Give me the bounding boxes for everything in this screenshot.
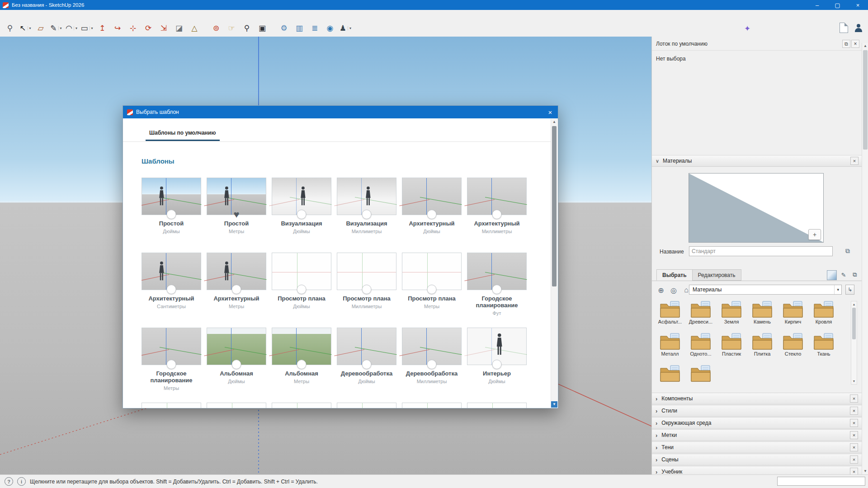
scroll-up-icon[interactable]: ▲ — [551, 119, 557, 125]
measurements-input[interactable] — [777, 477, 865, 486]
scroll-up-icon[interactable]: ▲ — [862, 43, 868, 49]
menu-item[interactable] — [27, 10, 35, 20]
section-plane-tool[interactable]: ◪ ▾ — [172, 22, 186, 35]
tray-section-header[interactable]: › Стили × — [652, 405, 862, 417]
close-icon[interactable]: × — [851, 40, 859, 48]
tab-select[interactable]: Выбрать — [656, 269, 693, 281]
menu-item[interactable] — [35, 10, 43, 20]
scrollbar-thumb[interactable] — [852, 308, 856, 339]
template-thumbnail[interactable]: ♥ — [337, 403, 396, 408]
tray-section-header[interactable]: › Сцены × — [652, 454, 862, 465]
account-icon[interactable] — [854, 23, 863, 33]
template-card[interactable]: ♥ Архитектурный Миллиметры — [467, 178, 527, 245]
sample-paint-icon[interactable]: ⧉ — [850, 270, 859, 279]
material-folder[interactable] — [685, 365, 716, 385]
template-select-radio[interactable] — [167, 360, 176, 369]
template-select-radio[interactable] — [297, 210, 307, 219]
materials-collection-dropdown[interactable]: Материалы ▾ — [689, 285, 842, 295]
scroll-up-icon[interactable]: ▲ — [851, 301, 857, 307]
chevron-down-icon[interactable]: ▾ — [28, 26, 31, 30]
template-select-radio[interactable] — [492, 360, 502, 369]
template-card[interactable]: ♥ Городское планирование Метры — [142, 328, 201, 395]
tab-default-templates[interactable]: Шаблоны по умолчанию — [146, 130, 220, 141]
info-icon[interactable]: i — [17, 477, 26, 486]
scrollbar-thumb[interactable] — [863, 50, 868, 150]
add-material-icon[interactable]: ⊕ — [656, 285, 666, 295]
material-folder[interactable]: Металл — [655, 333, 685, 365]
template-select-radio[interactable] — [167, 285, 176, 294]
tray-section-header[interactable]: › Учебник × — [652, 466, 862, 474]
template-thumbnail[interactable]: ♥ — [402, 253, 462, 290]
template-card[interactable]: ♥ Деревообработка Миллиметры — [402, 328, 462, 395]
rotate-tool[interactable]: ⟳ ▾ — [141, 22, 156, 35]
template-select-radio[interactable] — [427, 360, 437, 369]
zoom-extents-tool[interactable]: ▣ ▾ — [255, 22, 269, 35]
material-folder[interactable]: Пластик — [716, 333, 747, 365]
scroll-down-icon[interactable]: ▼ — [862, 468, 868, 474]
eraser-tool[interactable]: ▱ ▾ — [33, 22, 48, 35]
close-icon[interactable]: × — [850, 443, 858, 451]
menu-item[interactable] — [3, 10, 11, 20]
help-icon[interactable]: ? — [5, 477, 13, 486]
chevron-down-icon[interactable]: ▾ — [834, 285, 841, 294]
move-tool[interactable]: ⊹ ▾ — [126, 22, 140, 35]
menu-item[interactable] — [68, 10, 76, 20]
material-folder[interactable] — [655, 365, 685, 385]
components-tool[interactable]: ♟ ▾ — [338, 22, 353, 35]
scroll-down-icon[interactable]: ▼ — [851, 378, 857, 384]
pushpull-tool[interactable]: ↥ ▾ — [95, 22, 109, 35]
dialog-close-icon[interactable]: × — [542, 106, 558, 118]
pan-tool[interactable]: ☞ ▾ — [224, 22, 239, 35]
paint-tool[interactable]: ◉ ▾ — [323, 22, 337, 35]
close-icon[interactable]: × — [850, 407, 858, 415]
template-select-radio[interactable] — [362, 285, 372, 294]
close-icon[interactable]: × — [850, 394, 858, 403]
template-card[interactable]: ♥ Просмотр плана Дюймы — [272, 253, 331, 320]
template-select-radio[interactable] — [492, 210, 502, 219]
template-thumbnail[interactable]: ♥ — [402, 403, 462, 408]
chevron-down-icon[interactable]: ▾ — [90, 26, 93, 30]
template-card[interactable]: ♥ — [207, 403, 266, 408]
eyedropper-icon[interactable]: ✎ — [839, 270, 848, 279]
material-folder[interactable]: Плитка — [747, 333, 778, 365]
close-button[interactable]: × — [848, 0, 868, 10]
tab-edit[interactable]: Редактировать — [692, 269, 741, 281]
window-titlebar[interactable]: Без названия - SketchUp 2026 – ▢ × — [0, 0, 868, 10]
template-thumbnail[interactable]: ♥ — [402, 178, 462, 215]
styles-tool[interactable]: ▥ ▾ — [292, 22, 307, 35]
close-icon[interactable]: × — [850, 419, 858, 427]
template-select-radio[interactable] — [232, 285, 241, 294]
material-folder[interactable]: Одното... — [685, 333, 716, 365]
chevron-down-icon[interactable]: ∨ — [656, 158, 659, 164]
template-thumbnail[interactable]: ♥ — [337, 253, 396, 290]
template-card[interactable]: ♥ Визуализация Миллиметры — [337, 178, 396, 245]
template-thumbnail[interactable]: ♥ — [207, 178, 266, 215]
template-card[interactable]: ♥ Визуализация Дюймы — [272, 178, 331, 245]
template-card[interactable]: ♥ Архитектурный Дюймы — [402, 178, 462, 245]
template-thumbnail[interactable]: ♥ — [467, 253, 527, 290]
template-select-radio[interactable] — [492, 285, 502, 294]
followme-tool[interactable]: ↪ ▾ — [110, 22, 125, 35]
search-tool[interactable]: ⚲ ▾ — [3, 22, 17, 35]
template-card[interactable]: ♥ — [142, 403, 201, 408]
template-card[interactable]: ♥ — [467, 403, 527, 408]
scrollbar-thumb[interactable] — [552, 126, 557, 286]
template-card[interactable]: ♥ Просмотр плана Миллиметры — [337, 253, 396, 320]
template-card[interactable]: ♥ Архитектурный Метры — [207, 253, 266, 320]
scale-tool[interactable]: ⇲ ▾ — [156, 22, 171, 35]
template-select-radio[interactable] — [362, 360, 372, 369]
secondary-pane-icon[interactable]: ⧉ — [845, 247, 850, 255]
material-folder[interactable]: Камень — [747, 301, 778, 333]
chevron-down-icon[interactable]: ▾ — [58, 26, 62, 30]
template-thumbnail[interactable]: ♥ — [402, 328, 462, 365]
material-folder[interactable]: Земля — [716, 301, 747, 333]
template-card[interactable]: ♥ Просмотр плана Метры — [402, 253, 462, 320]
orbit-tool[interactable]: ⊚ ▾ — [209, 22, 223, 35]
maximize-button[interactable]: ▢ — [827, 0, 848, 10]
menu-item[interactable] — [60, 10, 68, 20]
close-icon[interactable]: × — [850, 157, 859, 165]
template-thumbnail[interactable]: ♥ — [142, 253, 201, 290]
dock-tray-icon[interactable]: ⧉ — [842, 40, 850, 48]
material-folder[interactable]: Кровля — [808, 301, 839, 333]
new-document-icon[interactable] — [840, 23, 848, 33]
